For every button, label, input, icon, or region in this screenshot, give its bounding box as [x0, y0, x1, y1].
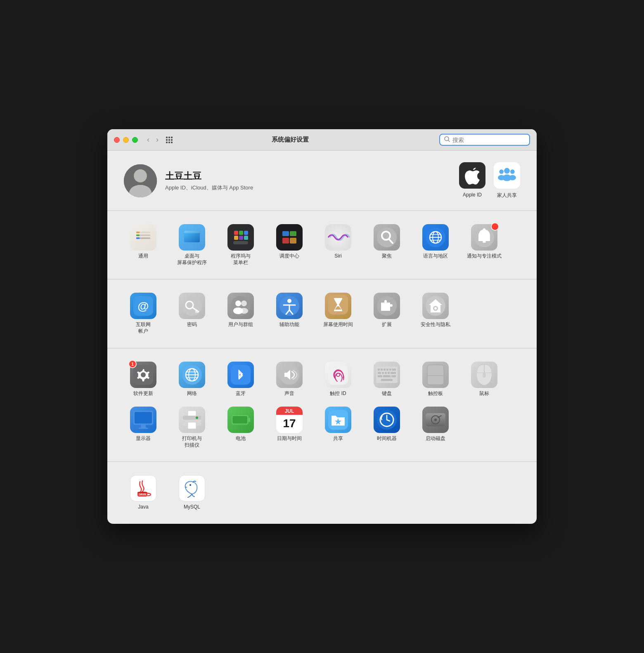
language-icon-box [422, 224, 449, 251]
search-input[interactable] [452, 137, 525, 143]
icon-softwareupdate[interactable]: 1 软件更新 [121, 358, 166, 400]
icon-users[interactable]: 用户与群组 [218, 289, 263, 338]
icon-dock[interactable]: 程序坞与 菜单栏 [218, 221, 263, 269]
svg-rect-94 [385, 372, 387, 374]
icon-password[interactable]: 密码 [169, 289, 215, 338]
printer-icon-box [179, 407, 205, 433]
svg-rect-107 [135, 412, 152, 424]
svg-rect-89 [386, 369, 388, 371]
icon-screentime[interactable]: 屏幕使用时间 [315, 289, 361, 338]
icon-missioncontrol[interactable]: 调度中心 [267, 221, 312, 269]
java-label: Java [138, 504, 148, 511]
avatar[interactable] [124, 164, 157, 197]
network-label: 网络 [187, 390, 197, 397]
close-button[interactable] [114, 137, 120, 143]
icon-network[interactable]: 网络 [169, 358, 215, 400]
icon-general[interactable]: 通用 [121, 221, 166, 269]
missioncontrol-label: 调度中心 [279, 253, 299, 260]
apple-id-button[interactable]: Apple ID [459, 162, 485, 199]
icon-bluetooth[interactable]: 蓝牙 [218, 358, 263, 400]
icon-trackpad[interactable]: 触控板 [413, 358, 458, 400]
svg-rect-29 [244, 236, 248, 240]
svg-rect-116 [249, 418, 250, 422]
general-icon-box [130, 224, 156, 251]
icon-display[interactable]: 显示器 [121, 403, 166, 452]
java-icon-box: JAVA [130, 475, 156, 502]
icon-desktop[interactable]: 桌面与 屏幕保护程序 [169, 221, 215, 269]
search-icon [444, 136, 450, 143]
section-other: JAVA Java [107, 462, 537, 524]
window-title: 系统偏好设置 [141, 136, 439, 144]
software-update-badge: 1 [128, 360, 137, 368]
icon-keyboard[interactable]: 键盘 [364, 358, 410, 400]
family-sharing-icon-box [494, 162, 520, 189]
icon-language[interactable]: 语言与地区 [413, 221, 458, 269]
profile-subtitle: Apple ID、iCloud、媒体与 App Store [165, 184, 459, 192]
svg-rect-30 [233, 241, 248, 244]
maximize-button[interactable] [132, 137, 138, 143]
section-accounts: @ 互联网 帐户 [107, 279, 537, 348]
svg-point-8 [499, 170, 504, 174]
profile-actions: Apple ID 家人共享 [459, 162, 520, 199]
spotlight-label: 聚焦 [382, 253, 392, 260]
sound-label: 声音 [284, 390, 294, 397]
svg-rect-27 [234, 236, 238, 240]
svg-rect-101 [427, 365, 444, 385]
svg-point-133 [434, 419, 437, 421]
general-icons-grid: 通用 [121, 221, 523, 269]
svg-line-1 [448, 140, 450, 142]
icon-startdisk[interactable]: 启动磁盘 [413, 403, 458, 452]
icon-touchid[interactable]: 触控 ID [315, 358, 361, 400]
screentime-icon-box [325, 293, 351, 319]
svg-point-71 [434, 307, 437, 310]
svg-point-137 [189, 484, 191, 486]
icon-siri[interactable]: Siri [315, 221, 361, 269]
touchid-label: 触控 ID [330, 390, 346, 397]
icon-timemachine[interactable]: 时间机器 [364, 403, 410, 452]
icon-notification[interactable]: 通知与专注模式 [462, 221, 507, 269]
dock-icon-box [227, 224, 254, 251]
svg-point-114 [196, 416, 198, 419]
icon-security[interactable]: 安全性与隐私 [413, 289, 458, 338]
startdisk-label: 启动磁盘 [426, 435, 445, 442]
search-box[interactable] [439, 134, 530, 146]
siri-label: Siri [334, 253, 341, 260]
icon-java[interactable]: JAVA Java [121, 472, 166, 514]
svg-rect-112 [183, 416, 201, 420]
internet-icon-box: @ [130, 293, 156, 319]
svg-rect-33 [290, 231, 296, 236]
timemachine-label: 时间机器 [377, 435, 397, 442]
svg-rect-90 [389, 369, 391, 371]
security-icon-box [422, 293, 449, 319]
section-hardware: 1 软件更新 [107, 348, 537, 462]
battery-icon-box [227, 407, 254, 433]
svg-rect-34 [282, 238, 289, 244]
icon-sharing[interactable]: 共享 [315, 403, 361, 452]
svg-point-105 [483, 373, 486, 378]
minimize-button[interactable] [123, 137, 129, 143]
icon-spotlight[interactable]: 聚焦 [364, 221, 410, 269]
svg-rect-25 [239, 231, 243, 235]
desktop-label: 桌面与 屏幕保护程序 [177, 253, 207, 266]
icon-battery[interactable]: 电池 [218, 403, 263, 452]
icon-mysql[interactable]: MySQL [169, 472, 215, 514]
svg-point-3 [134, 169, 147, 182]
dock-label: 程序坞与 菜单栏 [231, 253, 251, 266]
svg-rect-47 [483, 241, 486, 243]
icon-mouse[interactable]: 鼠标 [462, 358, 507, 400]
icon-sound[interactable]: 声音 [267, 358, 312, 400]
profile-section: 土豆土豆 Apple ID、iCloud、媒体与 App Store Apple… [107, 151, 537, 211]
profile-name: 土豆土豆 [165, 170, 459, 182]
icon-printer[interactable]: 打印机与 扫描仪 [169, 403, 215, 452]
icon-accessibility[interactable]: 辅助功能 [267, 289, 312, 338]
startdisk-icon-box [422, 407, 449, 433]
svg-point-12 [510, 170, 515, 174]
spotlight-icon-box [374, 224, 400, 251]
titlebar: ‹ › 系统偏好设置 [107, 129, 537, 151]
icon-datetime[interactable]: JUL 17 日期与时间 [267, 403, 312, 452]
family-sharing-button[interactable]: 家人共享 [494, 162, 520, 199]
mysql-icon-box [179, 475, 205, 502]
icon-internet[interactable]: @ 互联网 帐户 [121, 289, 166, 338]
svg-point-7 [142, 174, 143, 176]
icon-extensions[interactable]: 扩展 [364, 289, 410, 338]
